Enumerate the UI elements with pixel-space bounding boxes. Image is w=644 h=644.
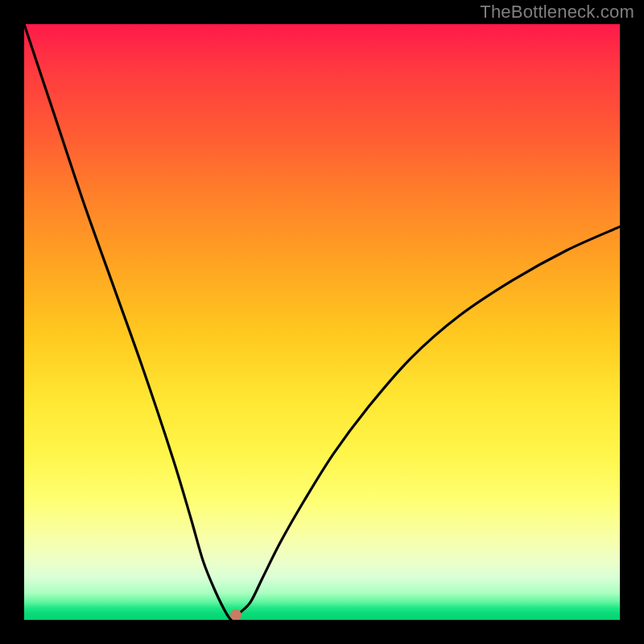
curve-svg	[24, 24, 620, 620]
chart-frame: TheBottleneck.com	[0, 0, 644, 644]
bottleneck-curve	[24, 24, 620, 620]
optimum-marker-dot	[230, 609, 242, 620]
plot-area	[24, 24, 620, 620]
watermark-text: TheBottleneck.com	[480, 2, 634, 23]
